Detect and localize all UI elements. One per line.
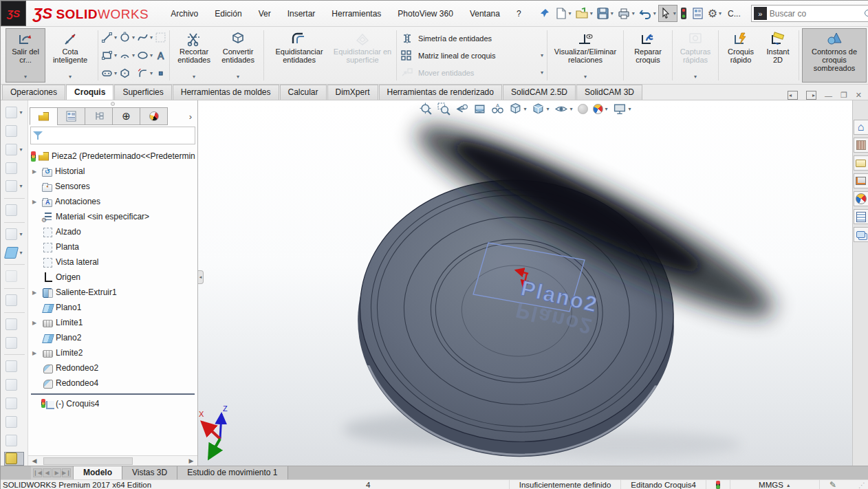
dropdown-arrow-icon[interactable]: ▾ [150,34,153,41]
dropdown-arrow-icon[interactable]: ▾ [605,106,608,112]
options-gear-button[interactable]: ⚙ ▾ [706,5,723,22]
tree-item[interactable]: ▶ Plano1 [28,300,197,315]
nav-last-icon[interactable]: ▶❙ [62,468,71,477]
dropdown-arrow-icon[interactable]: ▾ [150,70,153,76]
document-tab[interactable]: Modelo [74,466,122,479]
command-tab[interactable]: Herramientas de renderizado [379,85,502,100]
left-tool-button[interactable]: ▾ [6,336,22,349]
task-pane-icon[interactable] [854,155,868,171]
nav-first-icon[interactable]: ❙◀ [33,468,42,477]
command-tab[interactable]: Superficies [114,85,171,100]
offset-entities-button[interactable]: Equidistanciar entidades [267,28,332,83]
previous-view-icon[interactable] [455,102,468,116]
tree-item[interactable]: ▶ Redondeo4 [28,376,197,391]
task-pane-icon[interactable] [854,138,868,153]
menu-item[interactable]: ? [510,6,528,21]
doc-restore-button[interactable]: ❐ [840,91,847,100]
quick-sketch-button[interactable]: Croquis rápido [721,28,760,83]
nav-prev-icon[interactable]: ◀ [43,468,52,477]
tree-item[interactable]: ▶ Límite2 [28,345,197,360]
command-tab[interactable]: SolidCAM 3D [576,85,642,100]
arc-tool[interactable]: ▾ [118,50,135,61]
dropdown-arrow-icon[interactable]: ▾ [611,10,614,17]
search-icon[interactable] [864,9,868,19]
doc-minimize-button[interactable]: — [825,91,832,100]
task-pane-icon[interactable] [854,173,868,188]
dropdown-arrow-icon[interactable]: ▾ [193,74,195,80]
collapse-pane-left-icon[interactable]: ◂ [788,91,798,100]
left-tool-button[interactable]: ▾ [6,397,22,411]
menu-item[interactable]: Archivo [164,6,205,21]
linear-sketch-pattern-button[interactable]: Matriz lineal de croquis ▾ [398,47,546,64]
left-tool-button[interactable]: ▾ [4,264,25,265]
expand-arrow-icon[interactable]: ▶ [32,320,39,326]
tree-item[interactable]: ▶ Origen [28,270,197,285]
expand-arrow-icon[interactable]: ▶ [32,199,39,205]
tree-item[interactable]: ▶ Material <sin especificar> [28,209,197,224]
view-settings-icon[interactable]: ▾ [613,102,631,116]
zoom-to-fit-icon[interactable] [419,102,432,116]
tab-featuremanager[interactable] [30,107,58,125]
scrollbar-thumb[interactable] [43,457,133,465]
dropdown-arrow-icon[interactable]: ▾ [541,52,543,58]
dropdown-arrow-icon[interactable]: ▾ [653,10,656,17]
smart-dimension-button[interactable]: Cota inteligente ▾ [45,28,95,83]
dropdown-arrow-icon[interactable]: ▾ [114,70,117,76]
panel-collapse-handle[interactable]: ◂ [198,270,204,284]
scroll-right-icon[interactable]: ▶ [186,457,196,464]
left-tool-button[interactable]: ▾ [4,288,25,289]
tab-displaymanager[interactable] [140,107,168,125]
dropdown-arrow-icon[interactable]: ▾ [24,74,27,80]
tree-item[interactable]: ▶ Alzado [28,224,197,239]
menu-item[interactable]: Ventana [463,6,507,21]
repair-sketch-button[interactable]: Reparar croquis [627,28,669,83]
command-tab[interactable]: Herramientas de moldes [173,85,279,100]
dropdown-arrow-icon[interactable]: ▾ [673,10,676,17]
polygon-tool[interactable] [118,67,135,79]
document-tab[interactable]: Estudio de movimiento 1 [177,466,287,479]
tree-item[interactable]: ▶ Saliente-Extruir1 [28,285,197,300]
doc-close-button[interactable]: ✕ [856,91,862,100]
command-tab[interactable]: Croquis [66,85,113,100]
tree-item[interactable]: ▶ [31,391,195,395]
undo-button[interactable]: ▾ [637,5,658,22]
left-tool-button[interactable]: ▾ [6,180,22,193]
tree-filter[interactable] [30,127,195,144]
dropdown-arrow-icon[interactable]: ▾ [569,10,572,17]
left-tool-button[interactable]: ▾ [6,318,22,332]
dropdown-arrow-icon[interactable]: ▾ [69,74,72,80]
left-tool-button[interactable]: ▾ [6,433,22,447]
left-tool-button[interactable]: ▾ [6,378,22,392]
menu-item[interactable]: Herramientas [325,6,388,21]
text-tool[interactable]: A [154,50,167,61]
zoom-to-area-icon[interactable] [437,102,450,116]
left-tool-button[interactable]: ▾ [6,161,22,175]
expand-arrow-icon[interactable]: ▶ [32,169,39,175]
tree-item[interactable]: ▶ Redondeo2 [28,360,197,376]
tab-configurationmanager[interactable] [85,107,113,125]
units-selector[interactable]: MMGS▲ [730,480,819,489]
apply-scene-icon[interactable]: ▾ [593,104,608,114]
dropdown-arrow-icon[interactable]: ▾ [584,74,587,80]
dropdown-arrow-icon[interactable]: ▾ [19,109,22,116]
tree-item[interactable]: ▶ Límite1 [28,315,197,330]
tree-root[interactable]: Pieza2 (Predeterminado<<Predetermin [28,149,197,164]
dropdown-arrow-icon[interactable]: ▾ [632,10,635,17]
line-tool[interactable]: ▾ [100,32,118,43]
convert-entities-button[interactable]: Convertir entidades ▾ [215,28,261,83]
display-delete-relations-button[interactable]: Visualizar/Eliminar relaciones ▾ [550,28,620,83]
left-tool-button[interactable]: ▾ [4,198,25,199]
nav-next-icon[interactable]: ▶ [52,468,61,477]
tree-item[interactable]: ▶ Anotaciones [28,194,197,209]
panel-splitter-handle[interactable] [28,100,197,107]
hide-show-items-icon[interactable]: ▾ [554,102,572,116]
sketch-fillet-tool[interactable]: ▾ [136,67,153,79]
section-view-icon[interactable] [473,102,486,116]
dropdown-arrow-icon[interactable]: ▾ [150,52,153,58]
menu-item[interactable]: Edición [208,6,248,21]
dropdown-arrow-icon[interactable]: ▾ [19,183,22,189]
command-tab[interactable]: Calcular [280,85,327,100]
properties-button[interactable] [690,5,706,22]
print-button[interactable]: ▾ [616,5,636,22]
dropdown-arrow-icon[interactable]: ▾ [546,106,549,112]
